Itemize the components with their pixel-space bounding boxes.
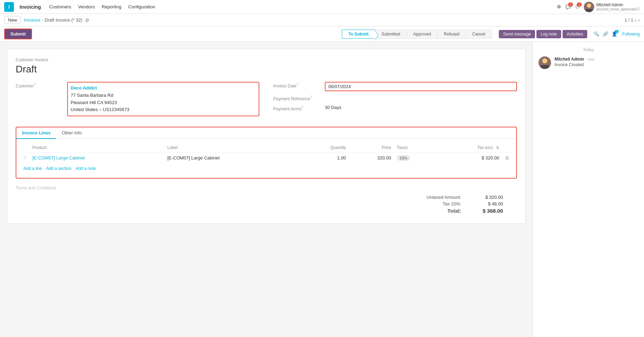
chatter-avatar <box>539 56 551 69</box>
tax-badge: 15% <box>397 155 410 161</box>
table-row: ⠿ [E-COM07] Large Cabinet [E-COM07] Larg… <box>21 152 512 164</box>
breadcrumb: Invoices › Draft Invoice (* 32) ⚙ <box>24 17 89 23</box>
avatar <box>584 2 594 12</box>
main-layout: Customer Invoice Draft Customer? Deco Ad… <box>0 42 644 337</box>
svg-point-1 <box>587 3 591 8</box>
add-line-link[interactable]: Add a line <box>23 166 42 171</box>
status-refused[interactable]: Refused <box>437 30 466 39</box>
link-icon[interactable]: 🔗 <box>603 31 608 37</box>
pagination: 1 / 1 ‹ › <box>625 17 640 23</box>
tab-content-invoice-lines: Product Label Quantity Price Taxes Tax e… <box>16 139 516 178</box>
user-icon[interactable]: 👤1 <box>612 31 617 37</box>
gear-icon[interactable]: ⚙ <box>557 4 561 9</box>
tab-invoice-lines[interactable]: Invoice Lines <box>16 127 56 139</box>
payment-ref-label: Payment Reference? <box>273 95 322 101</box>
breadcrumb-link[interactable]: Invoices <box>24 17 40 23</box>
invoice-table: Product Label Quantity Price Taxes Tax e… <box>21 143 512 163</box>
adjust-icon[interactable]: ⇅ <box>496 146 499 150</box>
add-links: Add a line Add a section Add a note <box>21 163 512 174</box>
customer-help-icon[interactable]: ? <box>34 83 36 86</box>
nav-customers[interactable]: Customers <box>49 3 71 11</box>
next-arrow[interactable]: › <box>638 17 640 23</box>
sub-nav: New Invoices › Draft Invoice (* 32) ⚙ 1 … <box>0 14 644 26</box>
chatter-message: Mitchell Admin now Invoice Created <box>539 56 638 69</box>
untaxed-label: Untaxed Amount: <box>419 195 461 200</box>
payment-ref-help-icon[interactable]: ? <box>310 95 312 99</box>
tax-label: Tax 15%: <box>419 201 461 206</box>
user-sub: account_move_approvals17 <box>596 7 640 11</box>
payment-terms-value[interactable]: 30 Days <box>325 105 517 110</box>
tax-value: $ 48.00 <box>475 201 503 206</box>
new-button[interactable]: New <box>4 16 21 24</box>
breadcrumb-current: Draft Invoice (* 32) <box>45 17 82 23</box>
tabs-container: Invoice Lines Other Info Product Label Q… <box>16 127 517 179</box>
status-approved[interactable]: Approved <box>407 30 438 39</box>
chatter-author: Mitchell Admin <box>555 57 584 62</box>
form-area: Customer Invoice Draft Customer? Deco Ad… <box>0 42 533 337</box>
form-title: Draft <box>16 64 517 75</box>
col-label: Label <box>165 143 300 152</box>
customer-label: Customer? <box>16 82 64 88</box>
chatter-text: Invoice Created <box>555 62 638 67</box>
submit-button[interactable]: Submit <box>4 29 32 39</box>
cell-quantity[interactable]: 1.00 <box>299 152 349 164</box>
cell-price[interactable]: 320.00 <box>349 152 394 164</box>
tab-other-info[interactable]: Other Info <box>56 127 87 139</box>
add-section-link[interactable]: Add a section <box>46 166 71 171</box>
untaxed-row: Untaxed Amount: $ 320.00 <box>16 195 503 200</box>
cell-taxes: 15% <box>394 152 438 164</box>
settings-gear-icon[interactable]: ⚙ <box>85 17 89 23</box>
chatter-time: now <box>588 57 595 61</box>
payment-terms-help-icon[interactable]: ? <box>301 105 304 109</box>
notification-badge-1: 2 <box>568 2 573 7</box>
form-col-left: Customer? Deco Addict 77 Santa Barbara R… <box>16 82 259 120</box>
svg-point-4 <box>542 58 547 63</box>
customer-addr2: Pleasant Hill CA 94523 <box>71 99 256 107</box>
col-tax-excl: Tax excl. ⇅ <box>438 143 502 152</box>
invoice-date-field-row: Invoice Date? 06/07/2024 <box>273 82 517 91</box>
col-taxes: Taxes <box>394 143 438 152</box>
search-icon[interactable]: 🔍 <box>594 31 599 37</box>
status-cancel[interactable]: Cancel <box>466 30 492 39</box>
action-bar: Submit To Submit Submitted Approved Refu… <box>0 26 644 42</box>
customer-field-row: Customer? Deco Addict 77 Santa Barbara R… <box>16 82 259 116</box>
total-value: $ 368.00 <box>475 208 503 214</box>
col-product: Product <box>30 143 165 152</box>
nav-configuration[interactable]: Configuration <box>128 3 155 11</box>
status-bar: To Submit Submitted Approved Refused Can… <box>342 30 492 39</box>
top-nav: I Invoicing Customers Vendors Reporting … <box>0 0 644 14</box>
activities-button[interactable]: Activities <box>563 30 587 38</box>
status-submitted[interactable]: Submitted <box>375 30 407 39</box>
chatter-body: Mitchell Admin now Invoice Created <box>555 56 638 69</box>
product-link[interactable]: [E-COM07] Large Cabinet <box>32 155 85 160</box>
customer-name: Deco Addict <box>71 85 256 92</box>
cell-tax-excl: $ 320.00 <box>438 152 502 164</box>
user-block[interactable]: Mitchell Admin account_move_approvals17 <box>584 2 640 12</box>
send-message-button[interactable]: Send message <box>499 30 535 38</box>
add-note-link[interactable]: Add a note <box>76 166 96 171</box>
delete-row-icon[interactable]: 🗑 <box>505 155 509 160</box>
prev-arrow[interactable]: ‹ <box>635 17 636 23</box>
log-note-button[interactable]: Log note <box>536 30 561 38</box>
notification-icon-1[interactable]: 💬 2 <box>565 4 571 9</box>
drag-handle-icon[interactable]: ⠿ <box>23 155 27 160</box>
grand-total-row: Total: $ 368.00 <box>16 208 503 214</box>
svg-rect-5 <box>541 65 549 69</box>
customer-value[interactable]: Deco Addict 77 Santa Barbara Rd Pleasant… <box>67 82 259 116</box>
following-button[interactable]: Following <box>622 32 640 37</box>
col-price: Price <box>349 143 394 152</box>
chatter-area: Today Mitchell Admin now Invoice Created <box>533 42 644 337</box>
invoice-date-value[interactable]: 06/07/2024 <box>325 82 517 91</box>
invoice-date-help-icon[interactable]: ? <box>297 83 299 86</box>
notification-badge-2: 1 <box>577 2 582 7</box>
invoice-date-label: Invoice Date? <box>273 82 322 88</box>
form-type-label: Customer Invoice <box>16 57 517 62</box>
customer-addr3: United States – US12345673 <box>71 106 256 113</box>
nav-reporting[interactable]: Reporting <box>102 3 121 11</box>
nav-links: Customers Vendors Reporting Configuratio… <box>49 3 551 11</box>
cell-product: [E-COM07] Large Cabinet <box>30 152 165 164</box>
nav-vendors[interactable]: Vendors <box>78 3 95 11</box>
untaxed-value: $ 320.00 <box>475 195 503 200</box>
notification-icon-2[interactable]: ⏱ 1 <box>575 4 580 9</box>
status-to-submit[interactable]: To Submit <box>342 30 375 39</box>
